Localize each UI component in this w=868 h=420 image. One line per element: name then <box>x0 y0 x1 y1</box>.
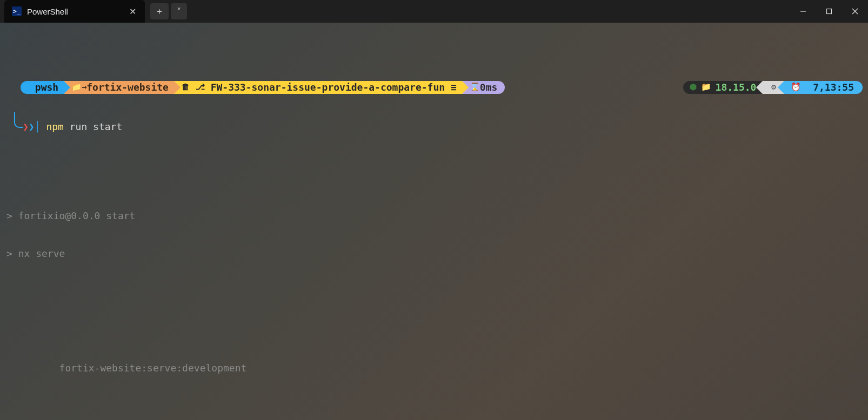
output-line <box>6 286 863 299</box>
svg-rect-1 <box>827 9 832 14</box>
minimize-button[interactable] <box>790 0 816 23</box>
seg-path: 📁→fortix-website <box>64 81 174 94</box>
output-line: > nx serve <box>6 247 863 260</box>
powershell-icon: >_ <box>12 6 22 16</box>
seg-clock: ⏰ 7,13:55 <box>784 81 863 94</box>
node-icon: ⬢ <box>690 81 697 94</box>
trash-icon: 🗑 <box>182 81 190 94</box>
tab-title: PowerShell <box>27 7 124 16</box>
prompt-bar: pwsh 📁→fortix-website 🗑 ⎇ FW-333-sonar-i… <box>21 81 863 94</box>
command-line: ❯❯│ npm run start <box>6 120 863 133</box>
prompt-symbol: ❯❯│ <box>23 121 41 132</box>
maximize-button[interactable] <box>816 0 842 23</box>
output-line <box>6 171 863 184</box>
gear-icon: ⚙ <box>771 81 776 94</box>
command: npm <box>46 121 64 132</box>
output-line: fortix-website:serve:development <box>6 362 863 375</box>
hourglass-icon: ⌛ <box>470 81 480 94</box>
folder-icon: 📁→ <box>71 81 86 94</box>
window-controls <box>790 0 868 23</box>
output-line <box>6 399 863 412</box>
close-tab-icon[interactable]: ✕ <box>129 6 136 17</box>
tab-dropdown-button[interactable]: ˅ <box>171 3 187 19</box>
seg-node: ⬢📁18.15.0 <box>683 81 763 94</box>
close-window-button[interactable] <box>842 0 868 23</box>
output-line: > fortixio@0.0.0 start <box>6 209 863 222</box>
terminal-viewport[interactable]: pwsh 📁→fortix-website 🗑 ⎇ FW-333-sonar-i… <box>0 23 868 420</box>
new-tab-button[interactable]: ＋ <box>150 3 169 19</box>
seg-branch: 🗑 ⎇ FW-333-sonar-issue-provide-a-compare… <box>174 81 462 94</box>
titlebar: >_ PowerShell ✕ ＋ ˅ <box>0 0 868 23</box>
clock-icon: ⏰ <box>791 81 801 94</box>
output-line <box>6 323 863 336</box>
git-branch-icon: ⎇ <box>196 81 205 94</box>
tab-powershell[interactable]: >_ PowerShell ✕ <box>4 0 145 23</box>
folder-mini-icon: 📁 <box>701 81 711 94</box>
seg-shell: pwsh <box>21 81 64 94</box>
